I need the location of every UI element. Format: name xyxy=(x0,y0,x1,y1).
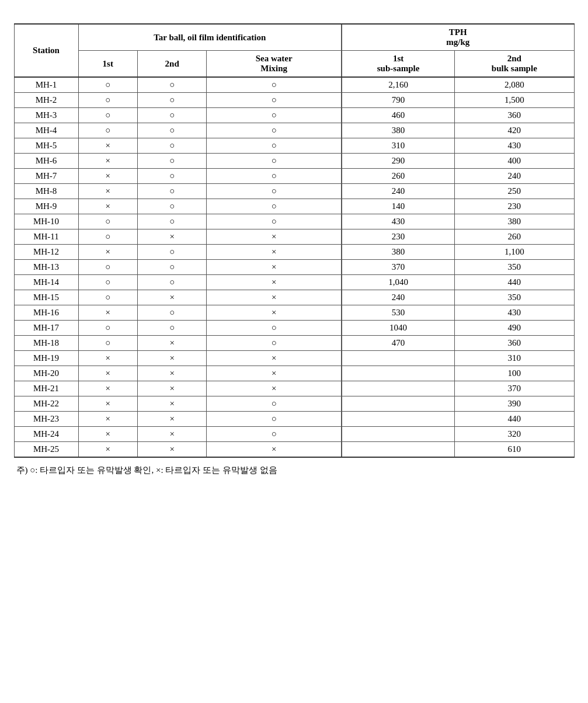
cell-1st-sub: 1,040 xyxy=(342,275,455,290)
cell-2nd-bulk: 490 xyxy=(455,321,574,336)
cell-2nd: ○ xyxy=(138,305,207,321)
table-row: MH-8×○○240250 xyxy=(14,184,574,199)
cell-1st-sub: 240 xyxy=(342,290,455,305)
cell-1st-sub: 470 xyxy=(342,336,455,351)
cell-seawater: × xyxy=(207,245,342,260)
cell-station: MH-16 xyxy=(14,305,78,321)
cell-station: MH-24 xyxy=(14,427,78,442)
cell-1st: ○ xyxy=(78,336,138,351)
table-row: MH-16×○×530430 xyxy=(14,305,574,321)
cell-1st-sub: 380 xyxy=(342,123,455,138)
table-row: MH-11○××230260 xyxy=(14,229,574,245)
table-row: MH-2○○○7901,500 xyxy=(14,93,574,108)
cell-1st: × xyxy=(78,138,138,154)
header-station: Station xyxy=(14,24,78,77)
cell-2nd-bulk: 240 xyxy=(455,169,574,184)
cell-1st-sub xyxy=(342,351,455,366)
cell-1st-sub xyxy=(342,442,455,458)
cell-station: MH-11 xyxy=(14,229,78,245)
table-row: MH-21×××370 xyxy=(14,381,574,396)
cell-seawater: ○ xyxy=(207,169,342,184)
table-row: MH-20×××100 xyxy=(14,366,574,381)
cell-2nd-bulk: 380 xyxy=(455,214,574,229)
cell-station: MH-8 xyxy=(14,184,78,199)
cell-station: MH-7 xyxy=(14,169,78,184)
cell-seawater: × xyxy=(207,275,342,290)
cell-2nd: × xyxy=(138,290,207,305)
cell-2nd-bulk: 2,080 xyxy=(455,77,574,93)
cell-2nd: ○ xyxy=(138,199,207,214)
cell-2nd: ○ xyxy=(138,93,207,108)
cell-1st: × xyxy=(78,245,138,260)
cell-2nd: ○ xyxy=(138,169,207,184)
cell-2nd-bulk: 390 xyxy=(455,396,574,412)
cell-seawater: × xyxy=(207,229,342,245)
cell-1st: ○ xyxy=(78,275,138,290)
cell-station: MH-18 xyxy=(14,336,78,351)
cell-2nd-bulk: 400 xyxy=(455,154,574,169)
cell-1st: ○ xyxy=(78,290,138,305)
cell-1st: × xyxy=(78,184,138,199)
cell-station: MH-20 xyxy=(14,366,78,381)
table-row: MH-12×○×3801,100 xyxy=(14,245,574,260)
cell-station: MH-10 xyxy=(14,214,78,229)
cell-1st-sub: 370 xyxy=(342,260,455,275)
table-row: MH-18○×○470360 xyxy=(14,336,574,351)
cell-seawater: ○ xyxy=(207,214,342,229)
table-row: MH-7×○○260240 xyxy=(14,169,574,184)
table-row: MH-14○○×1,040440 xyxy=(14,275,574,290)
cell-2nd: ○ xyxy=(138,138,207,154)
cell-1st: ○ xyxy=(78,321,138,336)
cell-1st-sub: 290 xyxy=(342,154,455,169)
cell-1st-sub: 380 xyxy=(342,245,455,260)
cell-1st: ○ xyxy=(78,93,138,108)
cell-seawater: ○ xyxy=(207,93,342,108)
cell-1st: ○ xyxy=(78,77,138,93)
cell-seawater: × xyxy=(207,351,342,366)
cell-1st-sub xyxy=(342,412,455,427)
table-row: MH-4○○○380420 xyxy=(14,123,574,138)
cell-2nd-bulk: 360 xyxy=(455,336,574,351)
table-row: MH-5×○○310430 xyxy=(14,138,574,154)
cell-1st-sub xyxy=(342,366,455,381)
cell-seawater: × xyxy=(207,381,342,396)
table-container: Station Tar ball, oil film identificatio… xyxy=(14,23,575,476)
cell-2nd-bulk: 370 xyxy=(455,381,574,396)
cell-2nd: × xyxy=(138,366,207,381)
cell-1st: × xyxy=(78,199,138,214)
cell-1st-sub xyxy=(342,381,455,396)
data-table: Station Tar ball, oil film identificatio… xyxy=(14,23,575,458)
cell-seawater: ○ xyxy=(207,184,342,199)
cell-1st-sub: 140 xyxy=(342,199,455,214)
cell-2nd: ○ xyxy=(138,184,207,199)
cell-1st: ○ xyxy=(78,260,138,275)
cell-1st: × xyxy=(78,412,138,427)
cell-2nd-bulk: 350 xyxy=(455,260,574,275)
table-row: MH-1○○○2,1602,080 xyxy=(14,77,574,93)
cell-1st-sub: 2,160 xyxy=(342,77,455,93)
cell-2nd-bulk: 350 xyxy=(455,290,574,305)
cell-2nd: × xyxy=(138,336,207,351)
cell-2nd-bulk: 100 xyxy=(455,366,574,381)
cell-2nd-bulk: 250 xyxy=(455,184,574,199)
cell-1st: × xyxy=(78,396,138,412)
cell-2nd: ○ xyxy=(138,275,207,290)
cell-2nd: ○ xyxy=(138,77,207,93)
cell-1st-sub: 530 xyxy=(342,305,455,321)
cell-2nd: × xyxy=(138,412,207,427)
table-row: MH-25×××610 xyxy=(14,442,574,458)
cell-2nd: × xyxy=(138,351,207,366)
cell-seawater: × xyxy=(207,366,342,381)
table-row: MH-3○○○460360 xyxy=(14,108,574,123)
table-row: MH-10○○○430380 xyxy=(14,214,574,229)
cell-2nd-bulk: 320 xyxy=(455,427,574,442)
cell-station: MH-21 xyxy=(14,381,78,396)
cell-station: MH-4 xyxy=(14,123,78,138)
cell-2nd: × xyxy=(138,427,207,442)
cell-1st-sub: 240 xyxy=(342,184,455,199)
cell-station: MH-19 xyxy=(14,351,78,366)
cell-station: MH-15 xyxy=(14,290,78,305)
cell-seawater: ○ xyxy=(207,321,342,336)
cell-1st-sub: 260 xyxy=(342,169,455,184)
cell-2nd-bulk: 360 xyxy=(455,108,574,123)
